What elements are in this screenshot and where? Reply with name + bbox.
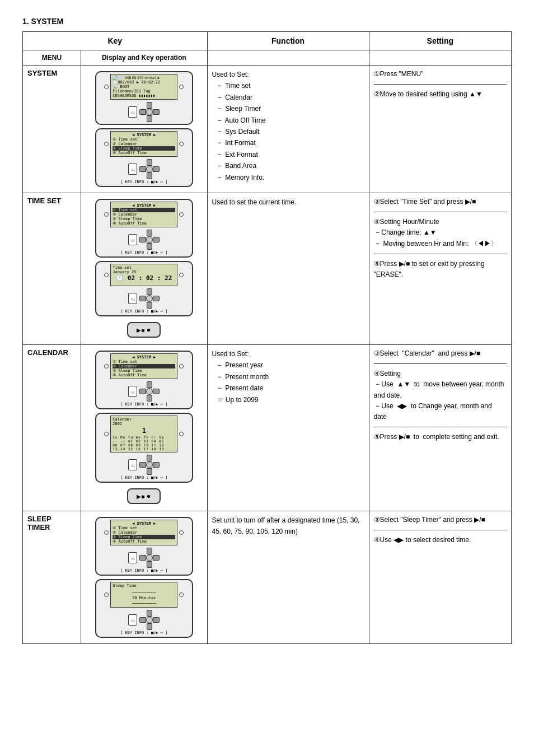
system-setting: ①Press "MENU" ②Move to desired setting u…: [369, 66, 511, 193]
setting-subheader-empty: [369, 50, 511, 66]
function-header: Function: [207, 32, 369, 50]
system-label: SYSTEM: [23, 66, 81, 193]
sleeptimer-display: ◀ SYSTEM ▶ ① Time set ② Calender ③ Sleep…: [81, 511, 207, 644]
page-title: 1. SYSTEM: [22, 17, 512, 26]
timeset-display: ◀ SYSTEM ▶ ① Time set ② Calender ③ Sleep…: [81, 193, 207, 345]
system-function: Used to Set: − Time set − Calendar − Sle…: [207, 66, 369, 193]
timeset-function: Used to set the current time.: [207, 193, 369, 345]
sleeptimer-setting: ③Select "Sleep Timer" and press ▶/■ ④Use…: [369, 511, 511, 644]
display-subheader: Display and Key operation: [81, 50, 207, 66]
calendar-function: Used to Set: − Present year − Present mo…: [207, 345, 369, 511]
sleeptimer-label: SLEEP TIMER: [23, 511, 81, 644]
timeset-setting: ③Select "Time Set" and press ▶/■ ④Settin…: [369, 193, 511, 345]
calendar-display: ◀ SYSTEM ▶ ① Time set ② Calender ③ Sleep…: [81, 345, 207, 511]
setting-header: Setting: [369, 32, 511, 50]
function-subheader-empty: [207, 50, 369, 66]
calendar-setting: ③Select "Calendar" and press ▶/■ ④Settin…: [369, 345, 511, 511]
timeset-label: TIME SET: [23, 193, 81, 345]
menu-subheader: MENU: [23, 50, 81, 66]
sleeptimer-function: Set unit to turn off after a designated …: [207, 511, 369, 644]
system-display: 🔄💿USB EQSYS normal▶ 🕐002/002 ▶ 00:02:22 …: [81, 66, 207, 193]
calendar-label: CALENDAR: [23, 345, 81, 511]
key-header: Key: [23, 32, 208, 50]
